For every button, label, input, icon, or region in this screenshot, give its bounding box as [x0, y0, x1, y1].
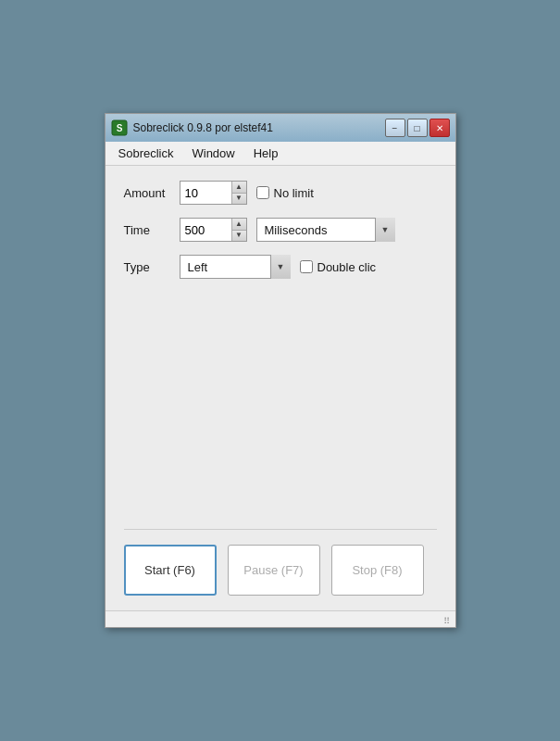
amount-spinner: ▲ ▼ [180, 181, 247, 205]
amount-input[interactable] [180, 182, 231, 204]
no-limit-label: No limit [274, 186, 314, 200]
menu-bar: Sobreclick Window Help [106, 142, 455, 166]
menu-help[interactable]: Help [244, 144, 288, 163]
double-clic-label: Double clic [317, 260, 377, 274]
maximize-button[interactable]: □ [407, 119, 428, 137]
title-bar: S Sobreclick 0.9.8 por elstef41 − □ ✕ [106, 114, 455, 142]
status-bar: ⠿ [106, 610, 455, 627]
type-select[interactable]: Left Right Middle [180, 255, 291, 279]
time-up-button[interactable]: ▲ [232, 219, 246, 231]
pause-button[interactable]: Pause (F7) [228, 545, 320, 596]
time-row: Time ▲ ▼ Miliseconds Seconds Minutes ▼ [124, 218, 437, 242]
amount-label: Amount [124, 186, 170, 200]
time-unit-select[interactable]: Miliseconds Seconds Minutes [256, 218, 395, 242]
time-down-button[interactable]: ▼ [232, 231, 246, 242]
amount-down-button[interactable]: ▼ [232, 194, 246, 205]
amount-spinner-buttons: ▲ ▼ [231, 182, 246, 204]
stop-button[interactable]: Stop (F8) [331, 545, 424, 596]
type-wrapper: Left Right Middle ▼ [180, 255, 291, 279]
window-controls: − □ ✕ [385, 119, 450, 137]
time-unit-wrapper: Miliseconds Seconds Minutes ▼ [256, 218, 395, 242]
main-content: Amount ▲ ▼ No limit Time [106, 166, 455, 610]
svg-text:S: S [116, 123, 122, 133]
double-clic-checkbox[interactable] [300, 260, 313, 273]
menu-sobreclick[interactable]: Sobreclick [109, 144, 183, 163]
close-button[interactable]: ✕ [429, 119, 450, 137]
menu-window[interactable]: Window [182, 144, 243, 163]
start-button[interactable]: Start (F6) [124, 545, 217, 596]
type-label: Type [124, 260, 170, 274]
time-label: Time [124, 223, 170, 237]
window-title: Sobreclick 0.9.8 por elstef41 [133, 121, 385, 134]
app-icon: S [111, 119, 128, 136]
type-row: Type Left Right Middle ▼ Double clic [124, 255, 437, 279]
time-spinner-buttons: ▲ ▼ [231, 219, 246, 241]
resize-grip-icon: ⠿ [443, 616, 450, 626]
form-area: Amount ▲ ▼ No limit Time [124, 181, 437, 529]
no-limit-checkbox[interactable] [256, 186, 269, 199]
minimize-button[interactable]: − [385, 119, 405, 137]
time-spinner: ▲ ▼ [180, 218, 247, 242]
no-limit-wrapper[interactable]: No limit [256, 186, 314, 200]
double-clic-wrapper[interactable]: Double clic [300, 260, 377, 274]
main-window: S Sobreclick 0.9.8 por elstef41 − □ ✕ So… [105, 113, 456, 628]
amount-row: Amount ▲ ▼ No limit [124, 181, 437, 205]
amount-up-button[interactable]: ▲ [232, 182, 246, 194]
buttons-area: Start (F6) Pause (F7) Stop (F8) [124, 529, 437, 596]
time-input[interactable] [180, 219, 231, 241]
